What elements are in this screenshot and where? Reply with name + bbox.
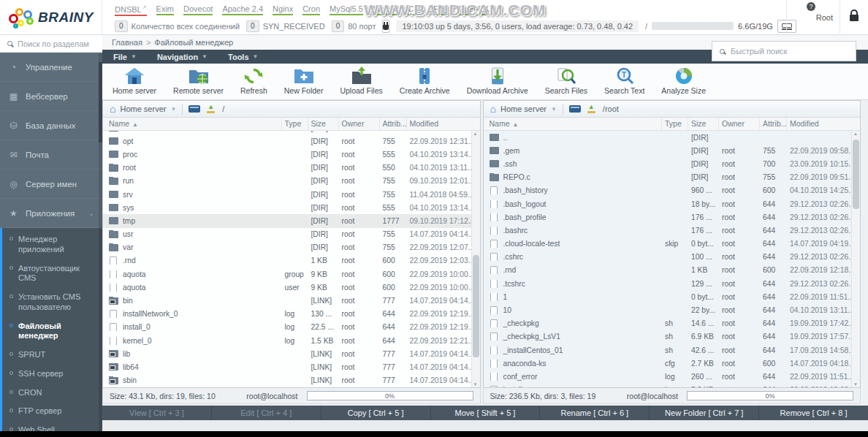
- table-row[interactable]: .bashrc 176 ... root 644 29.12.2013 02:2…: [484, 224, 852, 237]
- column-modified[interactable]: Modified: [407, 118, 471, 130]
- table-row[interactable]: aquota group 9 KB root 600 22.09.2019 10…: [103, 267, 471, 281]
- create-archive-button[interactable]: Create Archive: [400, 66, 450, 99]
- table-row[interactable]: .tcshrc 129 ... root 644 29.12.2013 02:2…: [484, 277, 852, 290]
- table-row[interactable]: 10 22 by... root 644 04.10.2019 13:11...: [484, 303, 852, 316]
- table-row[interactable]: proc [DIR] root 555 04.10.2019 13:14...: [103, 148, 471, 161]
- table-row[interactable]: kernel_0 log 1.5 KB root 644 22.09.2019 …: [103, 334, 471, 347]
- scrollbar-thumb[interactable]: [473, 255, 479, 357]
- sidebar-search-input[interactable]: [18, 39, 95, 48]
- table-row[interactable]: .cloud-locale-test skip 0 byt... root 64…: [484, 238, 852, 251]
- column-owner[interactable]: Owner: [339, 118, 380, 130]
- table-row[interactable]: _installCentos_01 sh 42.6 ... root 644 1…: [484, 343, 852, 357]
- right-server-dropdown[interactable]: ⌂ Home server ▼: [490, 104, 557, 114]
- hotkey-button[interactable]: Move [ Shift + 5 ]: [431, 406, 541, 420]
- table-row[interactable]: .bash_profile 176 ... root 644 29.12.201…: [484, 210, 852, 224]
- service-link[interactable]: DNSBL↗: [115, 4, 147, 16]
- sidebar-submenu-item[interactable]: SSH сервер: [2, 365, 102, 384]
- table-row[interactable]: opt [DIR] root 755 22.09.2019 12:31...: [103, 134, 471, 148]
- table-row[interactable]: .cshrc 100 ... root 644 29.12.2013 02:26…: [484, 251, 852, 264]
- table-row[interactable]: root [DIR] root 550 04.10.2019 13:11...: [103, 162, 471, 175]
- sidebar-submenu-item[interactable]: Установить CMS пользователю: [2, 288, 102, 317]
- table-row[interactable]: bin [LINK] root 777 14.07.2019 04:14...: [103, 294, 471, 307]
- table-row[interactable]: .rnd 1 KB root 600 22.09.2019 12:18...: [484, 264, 852, 277]
- column-name[interactable]: Name▲: [103, 118, 282, 130]
- breadcrumb-home[interactable]: Главная: [112, 38, 142, 47]
- service-link[interactable]: Nginx: [273, 4, 293, 15]
- table-row[interactable]: anaconda-ks cfg 2.7 KB root 600 14.07.20…: [484, 357, 852, 370]
- table-row[interactable]: lib [LINK] root 777 14.07.2019 04:14...: [103, 347, 471, 360]
- left-server-dropdown[interactable]: ⌂ Home server ▼: [110, 104, 176, 114]
- table-row[interactable]: .gem [DIR] root 755 22.09.2019 09:58...: [484, 144, 852, 157]
- sidebar-submenu-item[interactable]: CRON: [2, 384, 102, 403]
- hotkey-button[interactable]: Edit [ Ctrl + 4 ]: [212, 406, 321, 420]
- table-row[interactable]: var [DIR] root 755 22.09.2019 12:07...: [103, 241, 471, 254]
- service-link[interactable]: MySql5.5: [330, 4, 363, 15]
- column-type[interactable]: Type: [662, 118, 688, 130]
- column-size[interactable]: Size: [308, 118, 339, 130]
- table-row[interactable]: .ssh [DIR] root 700 23.09.2019 10:15...: [484, 157, 852, 170]
- table-row[interactable]: _checkpkg sh 14.6 ... root 644 19.09.201…: [484, 317, 852, 330]
- sidebar-item[interactable]: Вебсервер: [0, 82, 102, 111]
- search-text-button[interactable]: T Search Text: [604, 66, 644, 99]
- service-link[interactable]: Apache 2.4: [222, 4, 263, 15]
- sidebar-submenu-item[interactable]: Web Shell: [2, 421, 102, 431]
- hotkey-button[interactable]: View [ Ctrl + 3 ]: [102, 406, 212, 420]
- table-row[interactable]: REPO.c [DIR] root 755 22.09.2019 09:51..…: [484, 171, 852, 184]
- search-files-button[interactable]: Search Files: [545, 66, 587, 99]
- table-row[interactable]: _checkpkg_LsV1 sh 6.9 KB root 644 19.09.…: [484, 330, 852, 343]
- table-row[interactable]: .bash_history 960 ... root 600 04.10.201…: [484, 184, 852, 197]
- table-row[interactable]: tmp [DIR] root 1777 09.10.2019 17:12...: [103, 214, 471, 227]
- sidebar-submenu-item[interactable]: Файловый менеджер: [2, 317, 102, 346]
- hotkey-button[interactable]: New Folder [ Ctrl + 7 ]: [650, 406, 759, 420]
- table-row[interactable]: .rnd 1 KB root 600 22.09.2019 12:03...: [103, 254, 471, 267]
- sidebar-item[interactable]: База данных: [0, 111, 102, 140]
- quick-search-input[interactable]: [731, 47, 848, 56]
- user-menu[interactable]: Root: [816, 13, 833, 22]
- connections-plug-button[interactable]: [382, 20, 389, 33]
- analyze-size-button[interactable]: Analyze Size: [661, 66, 706, 99]
- quick-search-box[interactable]: [712, 41, 856, 61]
- up-level-icon[interactable]: [206, 104, 216, 113]
- home-server-button[interactable]: Home server: [113, 66, 156, 99]
- hotkey-button[interactable]: Copy [ Ctrl + 5 ]: [321, 406, 431, 420]
- sidebar-item[interactable]: Почта: [0, 140, 102, 170]
- left-scrollbar[interactable]: [471, 131, 480, 387]
- table-row[interactable]: installNetwork_0 log 130 ... root 644 22…: [103, 308, 471, 321]
- right-scrollbar[interactable]: [851, 131, 860, 387]
- table-row[interactable]: .bash_logout 18 by... root 644 29.12.201…: [484, 197, 852, 210]
- table-row[interactable]: aquota user 9 KB root 600 22.09.2019 10:…: [103, 281, 471, 294]
- refresh-button[interactable]: Refresh: [240, 66, 267, 99]
- sidebar-submenu-item[interactable]: Менеджер приложений: [2, 230, 102, 259]
- logout-lock-icon[interactable]: [850, 15, 859, 21]
- sidebar-submenu-item[interactable]: SPRUT: [2, 346, 102, 365]
- brainy-logo[interactable]: BRAINY: [0, 0, 102, 35]
- hotkey-button[interactable]: Rename [ Ctrl + 6 ]: [540, 406, 650, 420]
- table-row[interactable]: .. [DIR]: [484, 131, 852, 144]
- drive-icon[interactable]: [189, 105, 200, 113]
- service-link[interactable]: OpenDK: [458, 4, 489, 15]
- service-link[interactable]: Exim: [156, 4, 174, 15]
- table-row[interactable]: install log 5.9 KB root 644 22.09.2019 1…: [484, 384, 852, 387]
- download-archive-button[interactable]: Download Archive: [467, 66, 528, 99]
- menu-item[interactable]: Navigation▼: [157, 53, 208, 61]
- service-link[interactable]: Dovecot: [183, 4, 213, 15]
- column-modified[interactable]: Modified: [787, 118, 851, 130]
- menu-item[interactable]: File▼: [113, 53, 137, 61]
- scrollbar-thumb[interactable]: [853, 140, 859, 209]
- up-level-icon[interactable]: [587, 104, 597, 113]
- sidebar-item[interactable]: Управление: [0, 53, 102, 82]
- remote-server-button[interactable]: Remote server: [173, 66, 224, 99]
- column-name[interactable]: Name▲: [484, 118, 663, 130]
- table-row[interactable]: sbin [LINK] root 777 14.07.2019 04:14...: [103, 374, 471, 387]
- table-row[interactable]: conf_error log 260 ... root 644 22.09.20…: [484, 370, 852, 383]
- table-row[interactable]: lib64 [LINK] root 777 14.07.2019 04:14..…: [103, 360, 471, 373]
- column-type[interactable]: Type: [282, 118, 308, 130]
- service-link[interactable]: Named: [373, 4, 398, 15]
- column-attrib[interactable]: Attrib...: [760, 118, 787, 130]
- hotkey-button[interactable]: Remove [ Ctrl + 8 ]: [759, 406, 868, 420]
- service-link[interactable]: Cron: [302, 4, 320, 15]
- service-link[interactable]: FTP: [433, 4, 449, 15]
- column-owner[interactable]: Owner: [719, 118, 760, 130]
- sidebar-item[interactable]: Приложения ⌄: [0, 199, 102, 228]
- help-icon[interactable]: ?: [807, 2, 815, 11]
